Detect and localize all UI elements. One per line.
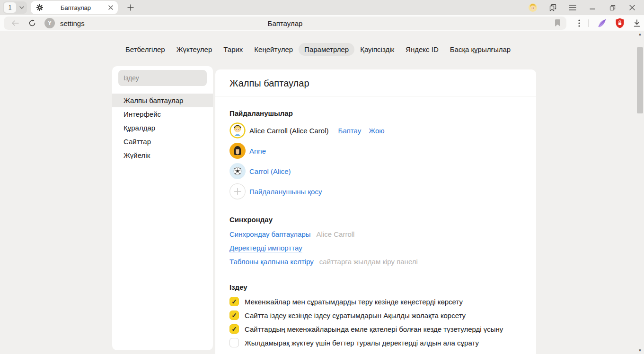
titlebar-controls [529, 3, 636, 12]
tab-close-icon[interactable] [108, 5, 113, 10]
avatar-soccer-ball [229, 163, 246, 179]
window-restore-icon[interactable] [608, 3, 617, 12]
toolbar-divider [588, 19, 589, 27]
sidebar-item-tools[interactable]: Құралдар [112, 121, 213, 135]
tab-security[interactable]: Қауіпсіздік [354, 43, 400, 56]
scrollbar-thumb[interactable] [637, 47, 643, 113]
checkbox-suggestions[interactable] [229, 297, 239, 306]
tableau-note: сайттарға жылдам кіру панелі [319, 258, 418, 266]
gear-icon [36, 4, 43, 11]
page-scrollbar[interactable]: ▲ ▼ [636, 31, 644, 354]
download-icon[interactable] [633, 19, 641, 27]
settings-nav-tabs: Бетбелгілер Жүктеулер Тарих Кеңейтулер П… [0, 43, 636, 56]
tab-downloads[interactable]: Жүктеулер [171, 43, 218, 56]
feather-extension-icon[interactable] [597, 18, 607, 28]
collections-bookmarks-icon[interactable] [548, 3, 557, 12]
protect-shield-icon[interactable] [615, 18, 625, 28]
toolbar-extensions [578, 15, 641, 31]
main-header: Жалпы баптаулар [215, 69, 536, 96]
restore-tableau-link[interactable]: Таблоны қалпына келтіру [229, 258, 314, 266]
tab-title: Баптаулар [43, 4, 108, 11]
user-delete-link[interactable]: Жою [369, 127, 384, 135]
tab-settings[interactable]: Параметрлер [299, 43, 354, 56]
sync-settings-link[interactable]: Синхрондау баптаулары [229, 231, 311, 238]
site-badge-icon: Y [44, 18, 55, 28]
avatar-woman-dark-hair [229, 143, 246, 159]
user-configure-link[interactable]: Баптау [338, 127, 362, 135]
tab-counter[interactable]: 1 [4, 2, 16, 13]
option-row: Сайттардың мекенжайларында емле қателері… [229, 324, 522, 334]
section-heading-search: Іздеу [229, 283, 522, 291]
checkbox-prefetch[interactable] [229, 338, 239, 347]
hamburger-menu-icon[interactable] [568, 3, 577, 12]
omnibox-page-title: Баптаулар [4, 19, 566, 27]
sync-settings-row: Синхрондау баптаулары Alice Carroll [229, 231, 522, 238]
back-arrow-icon[interactable] [11, 20, 19, 26]
settings-page: Бетбелгілер Жүктеулер Тарих Кеңейтулер П… [0, 31, 644, 354]
titlebar: 1 Баптаулар [0, 0, 644, 15]
option-row: Жылдамырақ жүктеу үшін беттер туралы дер… [229, 338, 522, 347]
import-data-link[interactable]: Деректерді импорттау [229, 244, 302, 252]
chevron-down-icon[interactable] [19, 6, 24, 9]
section-heading-sync: Синхрондау [229, 216, 522, 224]
user-name: Alice Carroll (Alice Carol) [249, 127, 329, 135]
user-name-link[interactable]: Carrol (Alice) [249, 167, 291, 175]
option-row: Сайтта іздеу кезінде іздеу сұратымдарын … [229, 311, 522, 320]
window-close-icon[interactable] [628, 3, 636, 12]
omnibox-url[interactable]: settings [60, 19, 85, 27]
import-data-row: Деректерді импорттау [229, 244, 522, 252]
tab-yandex-id[interactable]: Яндекс ID [400, 43, 444, 56]
add-user-link[interactable]: Пайдаланушыны қосу [249, 188, 322, 196]
omnibox[interactable]: Y settings Баптаулар [4, 17, 566, 30]
bookmark-flag-icon[interactable] [555, 19, 561, 27]
window-minimize-icon[interactable] [588, 3, 597, 12]
profile-avatar[interactable] [529, 3, 537, 12]
plus-icon [229, 183, 246, 199]
settings-main-panel: Жалпы баптаулар Пайдаланушылар Alice [215, 69, 536, 354]
avatar-alice-girl [229, 122, 246, 138]
user-actions: Баптау Жою [338, 127, 385, 135]
add-user-row[interactable]: Пайдаланушыны қосу [229, 183, 522, 199]
option-label[interactable]: Сайтта іздеу кезінде іздеу сұратымдарын … [245, 311, 466, 319]
user-row-alice: Alice Carroll (Alice Carol) Баптау Жою [229, 122, 522, 138]
option-label[interactable]: Жылдамырақ жүктеу үшін беттер туралы дер… [245, 339, 479, 347]
option-label[interactable]: Мекенжайлар мен сұратымдарды теру кезінд… [245, 298, 463, 306]
scroll-up-icon[interactable]: ▲ [636, 31, 644, 37]
checkbox-site-search[interactable] [229, 311, 239, 320]
settings-sidebar: Жалпы баптаулар Интерфейс Құралдар Сайтт… [112, 66, 213, 350]
section-heading-users: Пайдаланушылар [229, 109, 522, 117]
main-body: Пайдаланушылар Alice Carroll (Alice Caro… [215, 109, 536, 354]
toolbar: Y settings Баптаулар [0, 15, 644, 31]
page-title: Жалпы баптаулар [229, 78, 522, 89]
reload-icon[interactable] [28, 19, 36, 27]
sidebar-item-sites[interactable]: Сайттар [112, 135, 213, 148]
restore-tableau-row: Таблоны қалпына келтіру сайттарға жылдам… [229, 258, 522, 266]
user-name-link[interactable]: Anne [249, 147, 266, 155]
sidebar-item-system[interactable]: Жүйелік [112, 148, 213, 162]
tab-bookmarks[interactable]: Бетбелгілер [120, 43, 171, 56]
kebab-menu-icon[interactable] [578, 19, 580, 27]
user-row-anne: Anne [229, 143, 522, 159]
tab-other-devices[interactable]: Басқа құрылғылар [444, 43, 516, 56]
option-row: Мекенжайлар мен сұратымдарды теру кезінд… [229, 297, 522, 306]
user-row-carrol: Carrol (Alice) [229, 163, 522, 179]
scroll-down-icon[interactable]: ▼ [636, 347, 644, 353]
search-input[interactable] [118, 70, 207, 86]
sidebar-list: Жалпы баптаулар Интерфейс Құралдар Сайтт… [112, 94, 213, 162]
checkbox-typo-fix[interactable] [229, 324, 239, 334]
tab-history[interactable]: Тарих [218, 43, 248, 56]
sidebar-item-general[interactable]: Жалпы баптаулар [112, 94, 213, 107]
tab-extensions[interactable]: Кеңейтулер [248, 43, 299, 56]
option-label[interactable]: Сайттардың мекенжайларында емле қателері… [245, 325, 503, 333]
new-tab-button[interactable] [125, 2, 136, 13]
tab-counter-group[interactable]: 1 [3, 1, 27, 14]
browser-tab-settings[interactable]: Баптаулар [31, 1, 118, 14]
sync-account-note: Alice Carroll [317, 231, 355, 238]
sidebar-item-interface[interactable]: Интерфейс [112, 107, 213, 121]
